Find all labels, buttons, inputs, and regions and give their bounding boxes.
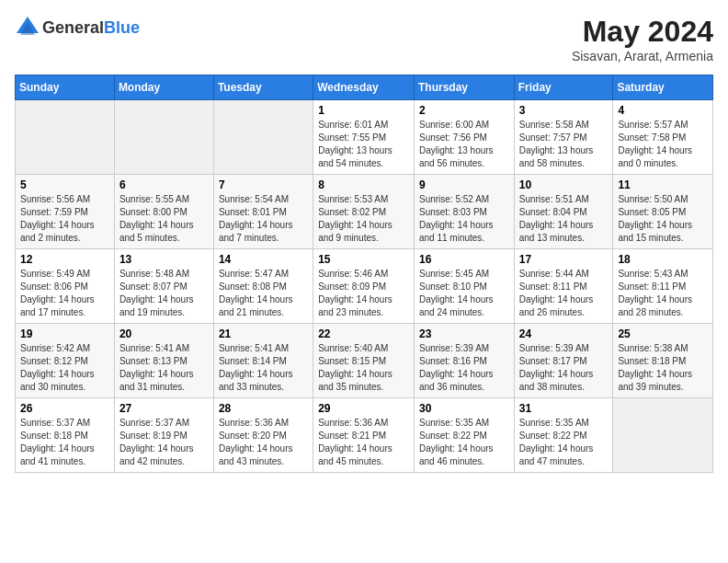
day-number: 10 [519, 178, 609, 191]
day-info: Sunrise: 5:41 AMSunset: 8:14 PMDaylight:… [219, 342, 308, 394]
day-info: Sunrise: 5:36 AMSunset: 8:20 PMDaylight:… [219, 417, 308, 468]
calendar-cell: 23 Sunrise: 5:39 AMSunset: 8:16 PMDaylig… [414, 324, 514, 398]
day-info: Sunrise: 5:46 AMSunset: 8:09 PMDaylight:… [318, 268, 409, 319]
day-number: 13 [119, 253, 209, 266]
calendar-cell: 15 Sunrise: 5:46 AMSunset: 8:09 PMDaylig… [313, 249, 415, 324]
day-number: 11 [618, 178, 708, 191]
day-number: 21 [219, 327, 308, 340]
day-info: Sunrise: 5:39 AMSunset: 8:17 PMDaylight:… [519, 342, 609, 394]
page-header: GeneralBlue May 2024 Sisavan, Ararat, Ar… [15, 15, 713, 63]
day-number: 14 [219, 253, 308, 266]
day-info: Sunrise: 5:57 AMSunset: 7:58 PMDaylight:… [618, 119, 708, 170]
calendar-table: SundayMondayTuesdayWednesdayThursdayFrid… [15, 75, 713, 473]
day-info: Sunrise: 5:48 AMSunset: 8:07 PMDaylight:… [119, 268, 209, 319]
day-number: 26 [20, 402, 109, 415]
calendar-cell: 13 Sunrise: 5:48 AMSunset: 8:07 PMDaylig… [114, 249, 213, 324]
calendar-cell: 16 Sunrise: 5:45 AMSunset: 8:10 PMDaylig… [414, 249, 514, 324]
day-number: 30 [419, 402, 509, 415]
day-info: Sunrise: 5:51 AMSunset: 8:04 PMDaylight:… [519, 193, 609, 245]
day-info: Sunrise: 5:55 AMSunset: 8:00 PMDaylight:… [119, 193, 209, 245]
day-info: Sunrise: 5:35 AMSunset: 8:22 PMDaylight:… [419, 417, 509, 468]
day-number: 27 [119, 402, 209, 415]
day-number: 12 [20, 253, 109, 266]
day-info: Sunrise: 5:42 AMSunset: 8:12 PMDaylight:… [20, 342, 109, 394]
day-info: Sunrise: 5:56 AMSunset: 7:59 PMDaylight:… [20, 193, 109, 245]
day-info: Sunrise: 6:00 AMSunset: 7:56 PMDaylight:… [419, 119, 509, 170]
calendar-cell: 19 Sunrise: 5:42 AMSunset: 8:12 PMDaylig… [16, 324, 115, 398]
calendar-cell: 3 Sunrise: 5:58 AMSunset: 7:57 PMDayligh… [514, 100, 613, 175]
title-block: May 2024 Sisavan, Ararat, Armenia [572, 15, 713, 63]
weekday-header-friday: Friday [514, 75, 613, 100]
calendar-cell [213, 100, 313, 175]
day-info: Sunrise: 5:38 AMSunset: 8:18 PMDaylight:… [618, 342, 708, 394]
calendar-cell: 27 Sunrise: 5:37 AMSunset: 8:19 PMDaylig… [114, 398, 213, 473]
day-info: Sunrise: 5:49 AMSunset: 8:06 PMDaylight:… [20, 268, 109, 319]
weekday-header-tuesday: Tuesday [213, 75, 313, 100]
logo-text-blue: Blue [104, 18, 140, 37]
day-info: Sunrise: 5:43 AMSunset: 8:11 PMDaylight:… [618, 268, 708, 319]
day-info: Sunrise: 5:54 AMSunset: 8:01 PMDaylight:… [219, 193, 308, 245]
calendar-cell: 6 Sunrise: 5:55 AMSunset: 8:00 PMDayligh… [114, 175, 213, 249]
weekday-header-saturday: Saturday [613, 75, 713, 100]
calendar-cell: 18 Sunrise: 5:43 AMSunset: 8:11 PMDaylig… [613, 249, 713, 324]
day-number: 29 [318, 402, 409, 415]
day-info: Sunrise: 5:47 AMSunset: 8:08 PMDaylight:… [219, 268, 308, 319]
calendar-cell: 30 Sunrise: 5:35 AMSunset: 8:22 PMDaylig… [414, 398, 514, 473]
day-number: 2 [419, 104, 509, 117]
calendar-cell: 20 Sunrise: 5:41 AMSunset: 8:13 PMDaylig… [114, 324, 213, 398]
weekday-header-row: SundayMondayTuesdayWednesdayThursdayFrid… [16, 75, 713, 100]
day-number: 8 [318, 178, 409, 191]
calendar-week-row: 5 Sunrise: 5:56 AMSunset: 7:59 PMDayligh… [16, 175, 713, 249]
day-info: Sunrise: 5:36 AMSunset: 8:21 PMDaylight:… [318, 417, 409, 468]
day-number: 22 [318, 327, 409, 340]
calendar-week-row: 26 Sunrise: 5:37 AMSunset: 8:18 PMDaylig… [16, 398, 713, 473]
calendar-cell: 8 Sunrise: 5:53 AMSunset: 8:02 PMDayligh… [313, 175, 415, 249]
day-number: 24 [519, 327, 609, 340]
day-number: 23 [419, 327, 509, 340]
day-info: Sunrise: 5:40 AMSunset: 8:15 PMDaylight:… [318, 342, 409, 394]
day-number: 18 [618, 253, 708, 266]
calendar-cell: 17 Sunrise: 5:44 AMSunset: 8:11 PMDaylig… [514, 249, 613, 324]
day-info: Sunrise: 5:35 AMSunset: 8:22 PMDaylight:… [519, 417, 609, 468]
day-info: Sunrise: 5:44 AMSunset: 8:11 PMDaylight:… [519, 268, 609, 319]
calendar-cell: 24 Sunrise: 5:39 AMSunset: 8:17 PMDaylig… [514, 324, 613, 398]
month-year-title: May 2024 [572, 15, 713, 49]
calendar-cell: 29 Sunrise: 5:36 AMSunset: 8:21 PMDaylig… [313, 398, 415, 473]
day-info: Sunrise: 5:37 AMSunset: 8:18 PMDaylight:… [20, 417, 109, 468]
calendar-cell: 2 Sunrise: 6:00 AMSunset: 7:56 PMDayligh… [414, 100, 514, 175]
day-info: Sunrise: 6:01 AMSunset: 7:55 PMDaylight:… [318, 119, 409, 170]
calendar-cell: 10 Sunrise: 5:51 AMSunset: 8:04 PMDaylig… [514, 175, 613, 249]
day-number: 28 [219, 402, 308, 415]
day-number: 9 [419, 178, 509, 191]
day-number: 19 [20, 327, 109, 340]
weekday-header-thursday: Thursday [414, 75, 514, 100]
day-info: Sunrise: 5:58 AMSunset: 7:57 PMDaylight:… [519, 119, 609, 170]
calendar-week-row: 1 Sunrise: 6:01 AMSunset: 7:55 PMDayligh… [16, 100, 713, 175]
weekday-header-monday: Monday [114, 75, 213, 100]
logo: GeneralBlue [15, 15, 140, 40]
day-info: Sunrise: 5:37 AMSunset: 8:19 PMDaylight:… [119, 417, 209, 468]
calendar-cell: 14 Sunrise: 5:47 AMSunset: 8:08 PMDaylig… [213, 249, 313, 324]
day-number: 15 [318, 253, 409, 266]
day-number: 20 [119, 327, 209, 340]
day-number: 7 [219, 178, 308, 191]
calendar-cell: 28 Sunrise: 5:36 AMSunset: 8:20 PMDaylig… [213, 398, 313, 473]
calendar-cell [613, 398, 713, 473]
logo-text-general: General [42, 18, 104, 37]
calendar-cell: 4 Sunrise: 5:57 AMSunset: 7:58 PMDayligh… [613, 100, 713, 175]
logo-icon [15, 15, 40, 40]
calendar-cell: 11 Sunrise: 5:50 AMSunset: 8:05 PMDaylig… [613, 175, 713, 249]
calendar-cell: 1 Sunrise: 6:01 AMSunset: 7:55 PMDayligh… [313, 100, 415, 175]
calendar-week-row: 12 Sunrise: 5:49 AMSunset: 8:06 PMDaylig… [16, 249, 713, 324]
calendar-cell: 5 Sunrise: 5:56 AMSunset: 7:59 PMDayligh… [16, 175, 115, 249]
weekday-header-wednesday: Wednesday [313, 75, 415, 100]
calendar-cell: 31 Sunrise: 5:35 AMSunset: 8:22 PMDaylig… [514, 398, 613, 473]
weekday-header-sunday: Sunday [16, 75, 115, 100]
day-number: 4 [618, 104, 708, 117]
day-info: Sunrise: 5:45 AMSunset: 8:10 PMDaylight:… [419, 268, 509, 319]
day-number: 31 [519, 402, 609, 415]
day-number: 6 [119, 178, 209, 191]
day-number: 5 [20, 178, 109, 191]
day-info: Sunrise: 5:52 AMSunset: 8:03 PMDaylight:… [419, 193, 509, 245]
day-info: Sunrise: 5:39 AMSunset: 8:16 PMDaylight:… [419, 342, 509, 394]
